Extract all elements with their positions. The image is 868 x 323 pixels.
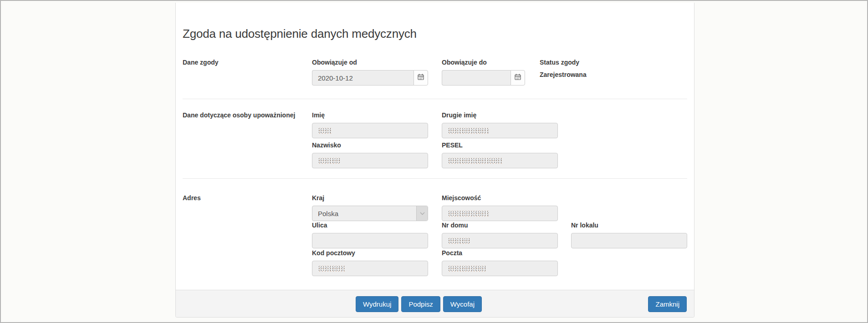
form-footer: Wydrukuj Podpisz Wycofaj Zamknij (176, 290, 694, 317)
redacted-value (448, 128, 490, 134)
section-divider (183, 178, 687, 179)
chevron-down-icon (416, 206, 428, 221)
sign-button[interactable]: Podpisz (401, 296, 440, 312)
close-button[interactable]: Zamknij (648, 296, 687, 312)
page-title: Zgoda na udostępnienie danych medycznych (183, 27, 417, 41)
section-label-text: Adres (183, 194, 201, 202)
country-label: Kraj (312, 194, 428, 202)
country-selected-value: Polska (312, 206, 416, 221)
house-no-label: Nr domu (442, 222, 558, 229)
redacted-value (318, 128, 332, 134)
middle-name-input[interactable] (442, 123, 558, 138)
redacted-value (448, 266, 486, 272)
redacted-value (318, 266, 345, 272)
field-middle-name: Drugie imię (442, 111, 558, 138)
consent-status-label: Status zgody (540, 59, 587, 66)
redacted-value (448, 211, 490, 217)
field-first-name: Imię (312, 111, 428, 138)
country-select[interactable]: Polska (312, 206, 428, 221)
field-valid-from: Obowiązuje od (312, 59, 428, 86)
valid-to-label: Obowiązuje do (442, 59, 525, 66)
withdraw-button[interactable]: Wycofaj (443, 296, 482, 312)
consent-form-card: Zgoda na udostępnienie danych medycznych… (175, 3, 694, 318)
valid-from-label: Obowiązuje od (312, 59, 428, 66)
field-valid-to: Obowiązuje do (442, 59, 525, 86)
middle-name-label: Drugie imię (442, 111, 558, 119)
field-postal-code: Kod pocztowy (312, 249, 428, 276)
field-house-no: Nr domu (442, 222, 558, 248)
calendar-icon (418, 74, 424, 82)
page-background: { "page": { "title": "Zgoda na udostępni… (0, 0, 868, 323)
postal-code-input[interactable] (312, 261, 428, 276)
city-label: Miejscowość (442, 194, 558, 202)
post-office-input[interactable] (442, 261, 558, 276)
valid-to-input[interactable] (442, 70, 511, 86)
house-no-input[interactable] (442, 233, 558, 248)
first-name-label: Imię (312, 111, 428, 119)
valid-from-input[interactable] (312, 70, 414, 86)
field-pesel: PESEL (442, 141, 558, 168)
field-country: Kraj Polska (312, 194, 428, 221)
footer-button-group: Wydrukuj Podpisz Wycofaj (356, 296, 482, 312)
first-name-input[interactable] (312, 123, 428, 138)
apartment-no-input[interactable] (571, 233, 687, 248)
section-label-person: Dane dotyczące osoby upoważnionej (183, 111, 295, 123)
field-last-name: Nazwisko (312, 141, 428, 168)
city-input[interactable] (442, 206, 558, 221)
apartment-no-label: Nr lokalu (571, 222, 687, 229)
pesel-label: PESEL (442, 141, 558, 149)
street-label: Ulica (312, 222, 428, 229)
street-input[interactable] (312, 233, 428, 248)
last-name-label: Nazwisko (312, 141, 428, 149)
redacted-value (318, 158, 340, 164)
section-label-consent: Dane zgody (183, 59, 219, 70)
section-label-text: Dane dotyczące osoby upoważnionej (183, 111, 295, 119)
valid-to-calendar-button[interactable] (511, 70, 525, 86)
last-name-input[interactable] (312, 153, 428, 168)
section-divider (183, 99, 687, 99)
section-label-text: Dane zgody (183, 59, 219, 66)
field-city: Miejscowość (442, 194, 558, 221)
field-street: Ulica (312, 222, 428, 248)
post-office-label: Poczta (442, 249, 558, 257)
section-label-address: Adres (183, 194, 201, 206)
postal-code-label: Kod pocztowy (312, 249, 428, 257)
field-post-office: Poczta (442, 249, 558, 276)
consent-status-value: Zarejestrowana (540, 71, 587, 79)
calendar-icon (515, 74, 521, 82)
field-apartment-no: Nr lokalu (571, 222, 687, 248)
redacted-value (448, 158, 503, 164)
pesel-input[interactable] (442, 153, 558, 168)
redacted-value (448, 238, 470, 244)
print-button[interactable]: Wydrukuj (356, 296, 398, 312)
valid-from-calendar-button[interactable] (414, 70, 428, 86)
field-consent-status: Status zgody Zarejestrowana (540, 59, 587, 79)
